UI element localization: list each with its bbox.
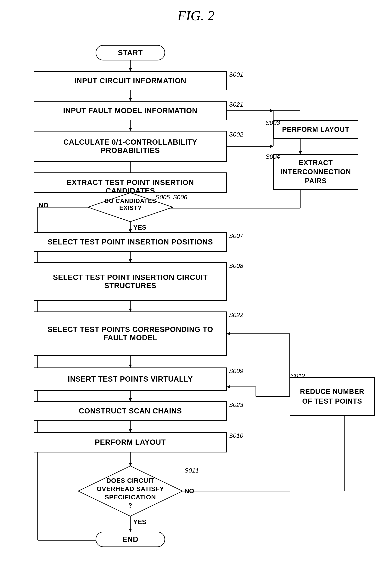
yes-label-spec: YES xyxy=(133,518,146,526)
svg-marker-13 xyxy=(270,109,273,112)
svg-marker-16 xyxy=(270,145,273,148)
s012-process: REDUCE NUMBER OF TEST POINTS xyxy=(290,377,375,416)
spec-diamond: DOES CIRCUITOVERHEAD SATISFY SPECIFICATI… xyxy=(78,466,182,516)
svg-marker-3 xyxy=(129,98,132,101)
svg-marker-25 xyxy=(129,259,132,262)
svg-marker-19 xyxy=(129,229,132,232)
figure-title: FIG. 2 xyxy=(0,8,392,24)
s006-label: S006 xyxy=(173,194,187,201)
s009-process: INSERT TEST POINTS VIRTUALLY xyxy=(34,368,227,391)
s021-label: S021 xyxy=(229,101,243,108)
svg-marker-29 xyxy=(129,365,132,368)
page-container: FIG. 2 xyxy=(0,0,392,566)
svg-marker-27 xyxy=(129,309,132,311)
svg-marker-33 xyxy=(227,385,230,388)
svg-marker-41 xyxy=(129,529,132,532)
s007-label: S007 xyxy=(229,232,243,239)
start-terminal: START xyxy=(96,45,165,60)
s003-label: S003 xyxy=(266,119,280,126)
s004-label: S004 xyxy=(266,153,280,160)
extract-candidates-process: EXTRACT TEST POINT INSERTIONCANDIDATES xyxy=(34,172,227,193)
s023-label: S023 xyxy=(229,401,243,408)
s004-process: EXTRACT INTERCONNECTION PAIRS xyxy=(273,154,358,190)
s007-process: SELECT TEST POINT INSERTION POSITIONS xyxy=(34,232,227,252)
yes-label-candidates: YES xyxy=(133,224,146,231)
end-terminal: END xyxy=(96,532,165,547)
s022-label: S022 xyxy=(229,311,243,319)
s001-label: S001 xyxy=(229,71,243,78)
no-label-spec: NO xyxy=(184,487,194,495)
s011-label: S011 xyxy=(184,467,199,474)
svg-marker-48 xyxy=(227,332,230,335)
svg-marker-9 xyxy=(299,151,302,154)
s008-process: SELECT TEST POINT INSERTION CIRCUIT STRU… xyxy=(34,262,227,301)
s022-process: SELECT TEST POINTS CORRESPONDING TO FAUL… xyxy=(34,311,227,356)
s012-label: S012 xyxy=(291,372,305,379)
s009-label: S009 xyxy=(229,368,243,375)
svg-marker-5 xyxy=(129,128,132,131)
s021-process: INPUT FAULT MODEL INFORMATION xyxy=(34,101,227,120)
svg-marker-39 xyxy=(129,463,132,466)
s023-process: CONSTRUCT SCAN CHAINS xyxy=(34,401,227,421)
s010-label: S010 xyxy=(229,432,243,439)
s008-label: S008 xyxy=(229,262,243,269)
svg-marker-37 xyxy=(129,429,132,432)
no-label-candidates: NO xyxy=(39,201,48,209)
s003-process: PERFORM LAYOUT xyxy=(273,120,358,139)
s010-process: PERFORM LAYOUT xyxy=(34,432,227,453)
flowchart: START INPUT CIRCUIT INFORMATION S001 INP… xyxy=(13,35,379,566)
svg-marker-1 xyxy=(129,68,132,71)
s002-label: S002 xyxy=(229,131,243,138)
s001-process: INPUT CIRCUIT INFORMATION xyxy=(34,71,227,90)
svg-marker-35 xyxy=(129,398,132,401)
s002-process: CALCULATE 0/1-CONTROLLABILITY PROBABILIT… xyxy=(34,131,227,162)
